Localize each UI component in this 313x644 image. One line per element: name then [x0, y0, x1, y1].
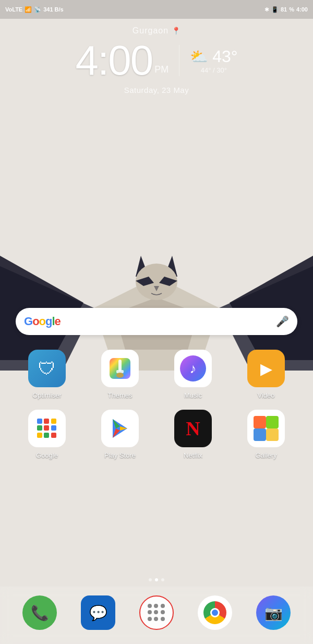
dock-messages[interactable]: 💬	[79, 594, 117, 631]
page-dot-1[interactable]	[149, 578, 152, 581]
chrome-center-icon	[210, 608, 220, 617]
mic-icon[interactable]: 🎤	[276, 315, 289, 328]
app-gallery[interactable]: Gallery	[240, 410, 292, 459]
netflix-icon[interactable]: N	[174, 410, 212, 447]
gallery-image-icon	[252, 415, 280, 442]
weather-section: Gurgaon 📍 4:00 PM ⛅ 43° 44° / 30° Saturd…	[0, 26, 313, 94]
apps-grid	[148, 604, 165, 622]
clock-ampm: PM	[154, 64, 168, 75]
messages-bubble-icon: 💬	[89, 604, 107, 622]
page-dot-2[interactable]	[155, 578, 158, 581]
signal-icon: 📶	[25, 6, 32, 13]
shield-icon: 🛡	[38, 359, 56, 379]
clock-time: 4:00	[75, 40, 152, 81]
chrome-ring-icon	[203, 601, 226, 624]
messages-icon[interactable]: 💬	[81, 595, 115, 630]
playstore-label: Play Store	[104, 451, 136, 459]
dock-camera[interactable]: 📷	[255, 594, 292, 631]
status-left: VoLTE 📶 📡 341 B/s	[5, 6, 64, 13]
video-icon[interactable]: ▶	[247, 350, 285, 387]
apps-dot-2	[154, 604, 158, 608]
optimiser-label: Optimiser	[32, 391, 62, 399]
weather-info: ⛅ 43° 44° / 30°	[190, 47, 237, 74]
phone-handset-icon: 📞	[31, 604, 49, 622]
google-label: Google	[36, 451, 58, 459]
app-netflix[interactable]: N Netflix	[167, 410, 219, 459]
weather-icon-temp: ⛅ 43°	[190, 47, 237, 66]
dock-phone[interactable]: 📞	[21, 594, 58, 631]
location-pin-icon: 📍	[172, 27, 180, 35]
apps-dot-7	[148, 617, 152, 621]
apps-dot-6	[161, 610, 165, 614]
netflix-n-icon: N	[186, 417, 200, 440]
wifi-icon: 📡	[34, 6, 41, 13]
status-bar: VoLTE 📶 📡 341 B/s ✱ 📳 81 % 4:00	[0, 0, 313, 19]
themes-paintbrush-icon	[107, 355, 133, 381]
status-right: ✱ 📳 81 % 4:00	[264, 6, 308, 13]
play-icon: ▶	[260, 360, 272, 378]
svg-rect-3	[118, 360, 122, 371]
playstore-icon[interactable]	[101, 410, 139, 447]
camera-icon[interactable]: 📷	[256, 595, 291, 630]
page-dot-3[interactable]	[161, 578, 164, 581]
google-icon[interactable]	[28, 410, 66, 447]
battery-label: 81	[281, 6, 287, 13]
weather-temp-range: 44° / 30°	[201, 66, 227, 74]
app-themes[interactable]: Themes	[94, 350, 146, 399]
date-display: Saturday, 23 May	[124, 86, 189, 94]
google-logo: Google	[24, 315, 61, 328]
speed-label: 341 B/s	[43, 6, 64, 13]
carrier-label: VoLTE	[5, 6, 22, 13]
google-apps-grid	[37, 419, 57, 438]
music-label: Music	[184, 391, 202, 399]
apps-dot-9	[161, 617, 165, 621]
weather-icon: ⛅	[190, 48, 208, 65]
video-label: Video	[257, 391, 274, 399]
optimiser-icon[interactable]: 🛡	[28, 350, 66, 387]
search-bar[interactable]: Google 🎤	[16, 308, 297, 335]
music-icon[interactable]: ♪	[174, 350, 212, 387]
clock-display: 4:00 PM	[75, 40, 168, 81]
time-label: 4:00	[296, 6, 308, 13]
dock: 📞 💬	[0, 587, 313, 644]
phone-icon[interactable]: 📞	[22, 595, 57, 630]
app-playstore[interactable]: Play Store	[94, 410, 146, 459]
app-grid: 🛡 Optimiser	[0, 350, 313, 470]
battery-percent: %	[289, 6, 294, 13]
app-row-2: Google Play Store N Netflix	[10, 410, 303, 459]
themes-label: Themes	[108, 391, 133, 399]
bluetooth-icon: ✱	[264, 6, 269, 13]
app-optimiser[interactable]: 🛡 Optimiser	[21, 350, 73, 399]
search-bar-container[interactable]: Google 🎤	[16, 308, 297, 335]
location-row: Gurgaon 📍	[133, 26, 180, 35]
playstore-triangle-icon	[109, 417, 131, 440]
gallery-icon[interactable]	[247, 410, 285, 447]
themes-icon[interactable]	[101, 350, 139, 387]
clock-weather-divider	[179, 45, 179, 76]
camera-lens-icon: 📷	[264, 604, 283, 622]
apps-dot-3	[161, 604, 165, 608]
app-video[interactable]: ▶ Video	[240, 350, 292, 399]
app-row-1: 🛡 Optimiser	[10, 350, 303, 399]
weather-temp-main: 43°	[212, 47, 237, 66]
svg-rect-12	[266, 416, 279, 428]
svg-point-5	[116, 373, 124, 378]
vibrate-icon: 📳	[271, 6, 279, 13]
dock-chrome[interactable]	[196, 594, 234, 631]
location-name: Gurgaon	[133, 26, 168, 35]
music-note-icon: ♪	[180, 355, 206, 381]
gallery-label: Gallery	[255, 451, 276, 459]
svg-rect-11	[254, 416, 266, 428]
page-dots	[0, 578, 313, 581]
apps-dot-4	[148, 610, 152, 614]
dock-apps[interactable]	[138, 594, 175, 631]
apps-dot-8	[154, 617, 158, 621]
netflix-label: Netflix	[184, 451, 202, 459]
app-music[interactable]: ♪ Music	[167, 350, 219, 399]
chrome-icon[interactable]	[198, 595, 232, 630]
svg-rect-14	[266, 428, 279, 441]
apps-drawer-icon[interactable]	[139, 595, 174, 630]
apps-dot-5	[154, 610, 158, 614]
app-google[interactable]: Google	[21, 410, 73, 459]
clock-weather-row: 4:00 PM ⛅ 43° 44° / 30°	[75, 40, 237, 81]
